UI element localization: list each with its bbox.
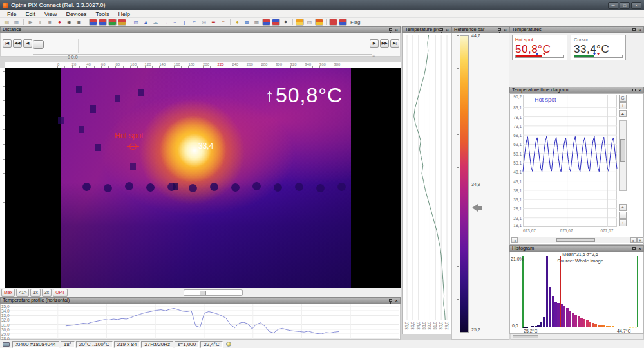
toolbar-icon-dropper[interactable]: ♦ <box>233 19 242 26</box>
thermal-button-1x[interactable]: 1x <box>30 289 40 297</box>
reference-color-bar[interactable] <box>460 35 469 333</box>
toolbar-icon-snapshot[interactable]: ◉ <box>65 19 73 26</box>
thermal-h-scrollbar[interactable] <box>184 289 243 296</box>
scroll-left-icon[interactable]: ◄ <box>511 237 518 243</box>
toolbar-icon-pause[interactable]: ‖ <box>36 19 44 26</box>
toolbar-icon-grid-gray[interactable]: ▦ <box>252 19 261 26</box>
menu-item-help[interactable]: Help <box>113 11 135 17</box>
menu-item-tools[interactable]: Tools <box>91 11 113 17</box>
close-button[interactable]: × <box>631 2 641 9</box>
toolbar-icon-settings-star[interactable]: ✶ <box>281 19 290 26</box>
toolbar-icon-arrow[interactable]: → <box>161 19 169 26</box>
profile-horizontal-header[interactable]: Temperature profile (horizontal) × <box>0 297 401 304</box>
close-icon[interactable]: × <box>395 28 398 32</box>
time-diagram-side-button-i[interactable]: i <box>619 102 627 109</box>
pin-icon[interactable] <box>632 247 636 250</box>
hotspot-crosshair-icon[interactable] <box>129 143 137 150</box>
toolbar-icon-copy[interactable]: ▣ <box>75 19 83 26</box>
toolbar-icon-cloud[interactable]: ☁ <box>151 19 160 26</box>
thermal-image-viewport[interactable]: ↑ 50,8°C Hot spot 33,4 <box>5 68 401 288</box>
toolbar-icon-profile-curve[interactable]: ~ <box>171 19 179 26</box>
time-diagram-side-button-+[interactable]: + <box>619 204 627 211</box>
time-diagram-side-button-−[interactable]: − <box>619 212 627 219</box>
temperatures-header[interactable]: Temperatures × <box>509 26 644 33</box>
maximize-button[interactable]: □ <box>620 2 630 9</box>
toolbar-icon-record-red-a[interactable] <box>329 19 337 26</box>
lightbulb-icon[interactable] <box>226 342 231 347</box>
scrollbar-thumb[interactable] <box>620 139 625 162</box>
menu-item-file[interactable]: File <box>3 11 21 17</box>
toolbar-icon-record-red-b[interactable] <box>339 19 347 26</box>
menu-item-view[interactable]: View <box>40 11 61 17</box>
scrollbar-thumb[interactable] <box>513 335 538 338</box>
close-icon[interactable]: × <box>504 28 507 32</box>
reference-bar-header[interactable]: Reference bar × <box>451 26 509 33</box>
hotspot-temp-box[interactable]: Hot spot 50,8°C <box>512 35 567 60</box>
scroll-right-icon[interactable]: ► <box>630 237 637 243</box>
close-icon[interactable]: × <box>395 298 398 303</box>
close-icon[interactable]: × <box>446 28 449 32</box>
thermal-button-max[interactable]: Max <box>1 289 15 297</box>
seek-fast-forward-button[interactable]: ▶▶ <box>380 39 389 48</box>
pin-icon[interactable] <box>632 89 636 91</box>
flag-label[interactable]: Flag <box>350 19 361 25</box>
close-icon[interactable]: × <box>638 246 641 251</box>
toolbar-icon-time-curve[interactable]: ≈ <box>190 19 198 26</box>
histogram-header[interactable]: Histogram × <box>509 245 644 252</box>
toolbar-icon-select-area[interactable]: ▩ <box>243 19 251 26</box>
pin-icon[interactable] <box>389 28 392 31</box>
toolbar-icon-layout-red-green[interactable] <box>108 19 117 26</box>
cursor-temp-box[interactable]: Cursor 33,4°C <box>571 35 626 60</box>
toolbar-icon-mountain-view[interactable]: ▲ <box>142 19 150 26</box>
toolbar-icon-layout-red-blue[interactable] <box>89 19 97 26</box>
toolbar-icon-palette-a[interactable] <box>262 19 270 26</box>
scrollbar-thumb[interactable] <box>200 291 206 295</box>
close-icon[interactable]: × <box>638 28 641 32</box>
pin-icon[interactable] <box>440 28 443 31</box>
timeline-track[interactable] <box>33 54 372 55</box>
toolbar-icon-play[interactable]: ▶ <box>26 19 35 26</box>
pin-icon[interactable] <box>632 28 636 31</box>
menu-item-edit[interactable]: Edit <box>21 11 41 17</box>
toolbar-icon-layout-red-blue-2[interactable] <box>99 19 107 26</box>
seek-last-button[interactable]: ▶| <box>390 39 399 48</box>
seek-first-button[interactable]: |◀ <box>3 39 12 48</box>
toolbar-icon-stop[interactable]: ■ <box>46 19 54 26</box>
profile-vertical-header[interactable]: Temperature profi... × <box>402 26 451 33</box>
toolbar-icon-measure-circle[interactable]: ◎ <box>200 19 208 26</box>
distance-panel-header[interactable]: Distance × <box>0 26 401 33</box>
pin-icon[interactable] <box>498 28 501 31</box>
toolbar-icon-profile-s[interactable]: ʃ <box>180 19 189 26</box>
histogram-h-scrollbar[interactable] <box>511 334 644 340</box>
toolbar-icon-line-dashed[interactable]: = <box>219 19 227 26</box>
time-diagram-side-button-↕[interactable]: ↕ <box>619 219 627 226</box>
time-diagram-side-button-▲[interactable]: ▲ <box>619 110 627 117</box>
thermal-button-3x[interactable]: 3x <box>42 289 52 297</box>
home-button[interactable]: H <box>637 237 643 243</box>
thermal-button-1[interactable]: <1> <box>16 289 29 297</box>
seek-forward-button[interactable]: ▶ <box>370 39 379 48</box>
toolbar-icon-save[interactable]: ▦ <box>12 19 21 26</box>
time-diagram-header[interactable]: Temperature time diagram × <box>509 87 644 93</box>
seek-fast-back-button[interactable]: ◀◀ <box>13 39 22 48</box>
seek-back-button[interactable]: ◀ <box>23 39 32 48</box>
time-diagram-h-scrollbar[interactable]: ◄►H <box>511 237 644 243</box>
close-icon[interactable]: × <box>638 88 641 93</box>
toolbar-icon-record[interactable]: ● <box>55 19 64 26</box>
toolbar-icon-palette-b[interactable] <box>272 19 280 26</box>
toolbar-icon-flame[interactable] <box>315 19 323 26</box>
pin-icon[interactable] <box>389 299 392 302</box>
scrollbar-thumb[interactable] <box>556 238 595 242</box>
timeline-slider-handle[interactable] <box>33 40 44 49</box>
time-diagram-v-scrollbar[interactable] <box>619 120 627 191</box>
time-diagram-side-button-G[interactable]: G <box>619 95 627 102</box>
menu-item-devices[interactable]: Devices <box>61 11 91 17</box>
toolbar-icon-layout-red-yellow[interactable] <box>118 19 126 26</box>
minimize-button[interactable]: ─ <box>608 2 618 9</box>
toolbar-icon-temp-orange[interactable] <box>296 19 304 26</box>
toolbar-icon-temp-gray[interactable]: ▤ <box>305 19 314 26</box>
toolbar-icon-open-file[interactable]: ▨ <box>3 19 11 26</box>
toolbar-icon-line-red[interactable]: ━ <box>209 19 218 26</box>
thermal-button-opt[interactable]: OPT <box>53 289 67 297</box>
toolbar-icon-new-view[interactable]: ▤ <box>132 19 140 26</box>
